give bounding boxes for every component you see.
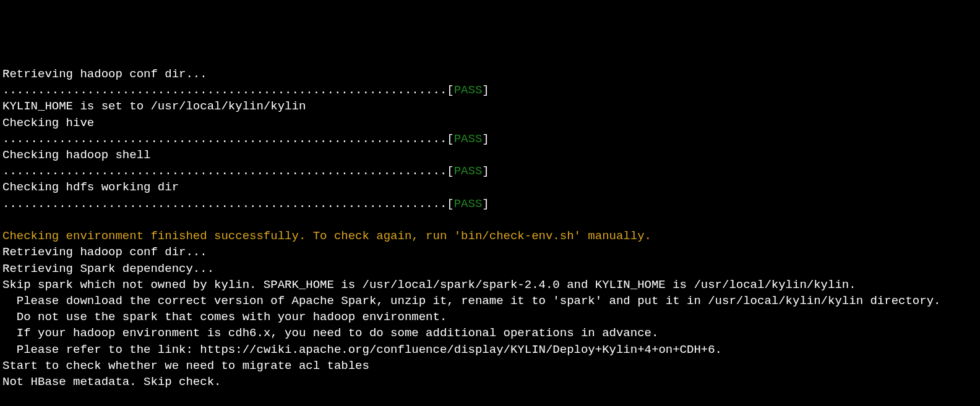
terminal-line: Do not use the spark that comes with you… bbox=[2, 309, 978, 325]
terminal-line: Not HBase metadata. Skip check. bbox=[2, 374, 978, 390]
bracket: ] bbox=[482, 164, 489, 178]
terminal-line: ........................................… bbox=[2, 131, 978, 147]
pass-status: PASS bbox=[454, 164, 483, 178]
terminal-blank-line bbox=[2, 390, 978, 406]
terminal-line: Checking hive bbox=[2, 115, 978, 131]
terminal-line: Checking hadoop shell bbox=[2, 147, 978, 163]
bracket: ] bbox=[482, 197, 489, 211]
success-message: Checking environment finished successful… bbox=[2, 228, 978, 244]
pass-status: PASS bbox=[454, 197, 483, 211]
bracket: ] bbox=[482, 83, 489, 97]
progress-dots: ........................................… bbox=[2, 197, 454, 211]
pass-status: PASS bbox=[454, 132, 483, 146]
terminal-line: Retrieving hadoop conf dir... bbox=[2, 66, 978, 82]
terminal-line: Retrieving Spark dependency... bbox=[2, 261, 978, 277]
progress-dots: ........................................… bbox=[2, 132, 454, 146]
terminal-line: ........................................… bbox=[2, 163, 978, 179]
terminal-line: ........................................… bbox=[2, 196, 978, 212]
terminal-line: Please refer to the link: https://cwiki.… bbox=[2, 342, 978, 358]
terminal-line: Skip spark which not owned by kylin. SPA… bbox=[2, 277, 978, 293]
bracket: ] bbox=[482, 132, 489, 146]
progress-dots: ........................................… bbox=[2, 83, 454, 97]
pass-status: PASS bbox=[454, 83, 483, 97]
terminal-line: If your hadoop environment is cdh6.x, yo… bbox=[2, 325, 978, 341]
terminal-line: Please download the correct version of A… bbox=[2, 293, 978, 309]
terminal-line: Checking hdfs working dir bbox=[2, 179, 978, 195]
terminal-line: ........................................… bbox=[2, 82, 978, 98]
terminal-line: KYLIN_HOME is set to /usr/local/kylin/ky… bbox=[2, 98, 978, 114]
terminal-line: Start to check whether we need to migrat… bbox=[2, 358, 978, 374]
terminal-line: Retrieving hadoop conf dir... bbox=[2, 244, 978, 260]
terminal-blank-line bbox=[2, 212, 978, 228]
progress-dots: ........................................… bbox=[2, 164, 454, 178]
